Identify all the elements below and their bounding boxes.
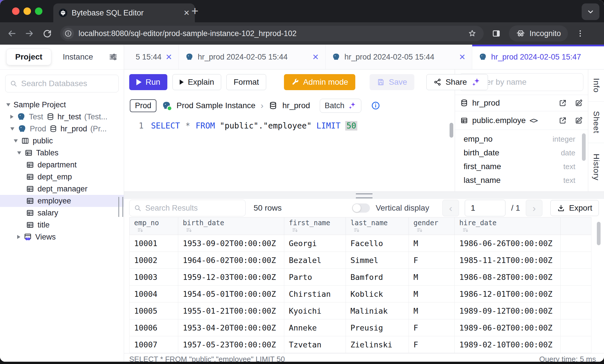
- column-item[interactable]: last_name text: [455, 173, 588, 187]
- column-item[interactable]: emp_no integer: [455, 132, 588, 146]
- worksheet-tab[interactable]: hr_prod 2024-02-05 15:44 ✕: [179, 45, 325, 69]
- admin-mode-button[interactable]: Admin mode: [284, 74, 355, 90]
- new-tab-icon[interactable]: +: [191, 5, 199, 17]
- cell-emp_no[interactable]: 10003: [130, 269, 178, 286]
- database-search[interactable]: [5, 75, 119, 92]
- prev-page-button[interactable]: ‹: [442, 200, 459, 216]
- column-item[interactable]: first_name text: [455, 160, 588, 173]
- browser-tab[interactable]: Bytebase SQL Editor ✕: [53, 3, 195, 22]
- close-tab-icon[interactable]: ✕: [312, 52, 319, 62]
- cell-emp_no[interactable]: 10001: [130, 235, 178, 252]
- worksheet-tab-active[interactable]: hr_prod 2024-02-05 15:47 ✕: [472, 45, 604, 69]
- tree-item-table-title[interactable]: title: [0, 219, 124, 231]
- cell-hire_date[interactable]: 1986-12-01T00:00:00Z: [455, 286, 561, 302]
- site-info-icon[interactable]: [62, 28, 74, 39]
- sidebar-resize-handle[interactable]: [118, 197, 123, 217]
- caret-right-icon[interactable]: [17, 235, 20, 239]
- cell-hire_date[interactable]: 1989-06-02T00:00:00Z: [455, 319, 561, 336]
- edit-icon[interactable]: [575, 99, 583, 107]
- cell-hire_date[interactable]: 1989-02-10T00:00:00Z: [455, 336, 561, 353]
- minimize-window-button[interactable]: [23, 7, 31, 15]
- back-icon[interactable]: [7, 29, 17, 38]
- database-name[interactable]: hr_prod: [283, 101, 310, 110]
- rail-tab-sheet[interactable]: Sheet: [588, 102, 604, 143]
- cell-birth_date[interactable]: 1959-12-03T00:00:00Z: [178, 269, 284, 286]
- rail-tab-info[interactable]: Info: [588, 70, 604, 102]
- column-header-last_name[interactable]: last_name: [346, 217, 409, 235]
- cell-emp_no[interactable]: 10004: [130, 286, 178, 302]
- tree-item-views[interactable]: Views: [0, 231, 124, 243]
- cell-gender[interactable]: M: [409, 302, 455, 319]
- tree-item-table-salary[interactable]: salary: [0, 207, 124, 219]
- cell-hire_date[interactable]: 1986-06-26T00:00:00Z: [455, 235, 561, 252]
- caret-down-icon[interactable]: [17, 151, 21, 155]
- cell-first_name[interactable]: Anneke: [284, 319, 346, 336]
- column-item[interactable]: birth_date date: [455, 146, 588, 160]
- cell-hire_date[interactable]: 1986-08-28T00:00:00Z: [455, 269, 561, 286]
- filter-input[interactable]: [475, 77, 578, 87]
- worksheet-tab[interactable]: hr_prod 2024-02-05 15:44 ✕: [325, 45, 472, 69]
- cell-last_name[interactable]: Simmel: [346, 252, 409, 269]
- cell-first_name[interactable]: Parto: [284, 269, 346, 286]
- sort-icon[interactable]: [462, 227, 469, 234]
- cell-gender[interactable]: F: [409, 252, 455, 269]
- column-header-first_name[interactable]: first_name: [284, 217, 346, 235]
- save-button[interactable]: Save: [370, 74, 414, 90]
- cell-birth_date[interactable]: 1954-05-01T00:00:00Z: [178, 286, 284, 302]
- run-button[interactable]: Run: [129, 74, 167, 90]
- tree-settings-icon[interactable]: [109, 53, 117, 61]
- sort-icon[interactable]: [137, 227, 144, 234]
- tree-item-project[interactable]: Sample Project: [0, 99, 124, 111]
- batch-mode-badge[interactable]: Batch: [320, 99, 361, 113]
- cell-last_name[interactable]: Bamford: [346, 269, 409, 286]
- close-tab-icon[interactable]: ✕: [166, 52, 172, 62]
- cell-gender[interactable]: F: [409, 336, 455, 353]
- tree-item-table-dept-emp[interactable]: dept_emp: [0, 171, 124, 183]
- tab-project[interactable]: Project: [6, 49, 51, 65]
- forward-icon[interactable]: [25, 29, 34, 38]
- cell-emp_no[interactable]: 10005: [130, 302, 178, 319]
- caret-right-icon[interactable]: [10, 115, 13, 119]
- side-panel-icon[interactable]: [492, 29, 501, 38]
- results-scrollbar[interactable]: [597, 222, 601, 245]
- cell-first_name[interactable]: Tzvetan: [284, 336, 346, 353]
- cell-gender[interactable]: M: [409, 269, 455, 286]
- tree-item-table-department[interactable]: department: [0, 159, 124, 171]
- panel-scrollbar[interactable]: [582, 133, 586, 161]
- cell-first_name[interactable]: Bezalel: [284, 252, 346, 269]
- cell-birth_date[interactable]: 1953-09-02T00:00:00Z: [178, 235, 284, 252]
- address-bar[interactable]: localhost:8080/sql-editor/prod-sample-in…: [60, 26, 484, 41]
- results-search-input[interactable]: [145, 203, 241, 213]
- column-header-birth_date[interactable]: birth_date: [178, 217, 284, 235]
- browser-menu-icon[interactable]: [576, 29, 585, 38]
- results-search[interactable]: [129, 200, 246, 216]
- tab-close-icon[interactable]: ✕: [183, 9, 190, 17]
- panel-table-row[interactable]: public.employee <>: [455, 111, 588, 130]
- cell-last_name[interactable]: Facello: [346, 235, 409, 252]
- sort-icon[interactable]: [416, 227, 423, 234]
- close-tab-icon[interactable]: ✕: [459, 52, 466, 62]
- cell-first_name[interactable]: Kyoichi: [284, 302, 346, 319]
- cell-last_name[interactable]: Zielinski: [346, 336, 409, 353]
- cell-gender[interactable]: M: [409, 235, 455, 252]
- worksheet-tab[interactable]: 5 15:44 ✕: [124, 45, 179, 69]
- tree-item-tables[interactable]: Tables: [0, 147, 124, 159]
- export-button[interactable]: Export: [550, 200, 599, 216]
- format-button[interactable]: Format: [226, 74, 266, 90]
- tree-item-table-employee[interactable]: employee: [0, 195, 124, 207]
- cell-last_name[interactable]: Maliniak: [346, 302, 409, 319]
- close-window-button[interactable]: [12, 7, 19, 15]
- column-header-hire_date[interactable]: hire_date: [455, 217, 561, 235]
- column-header-emp_no[interactable]: emp_no: [130, 217, 178, 235]
- cell-birth_date[interactable]: 1964-06-02T00:00:00Z: [178, 252, 284, 269]
- external-link-icon[interactable]: [559, 116, 567, 124]
- maximize-window-button[interactable]: [35, 7, 42, 15]
- tree-item-hr-test[interactable]: Test hr_test (Test...: [0, 111, 124, 123]
- cell-first_name[interactable]: Georgi: [284, 235, 346, 252]
- next-page-button[interactable]: ›: [526, 200, 542, 216]
- editor-scrollbar[interactable]: [450, 123, 453, 138]
- cell-birth_date[interactable]: 1957-05-23T00:00:00Z: [178, 336, 284, 353]
- share-button[interactable]: Share: [426, 74, 488, 90]
- reload-icon[interactable]: [42, 29, 52, 38]
- database-search-input[interactable]: [21, 79, 114, 88]
